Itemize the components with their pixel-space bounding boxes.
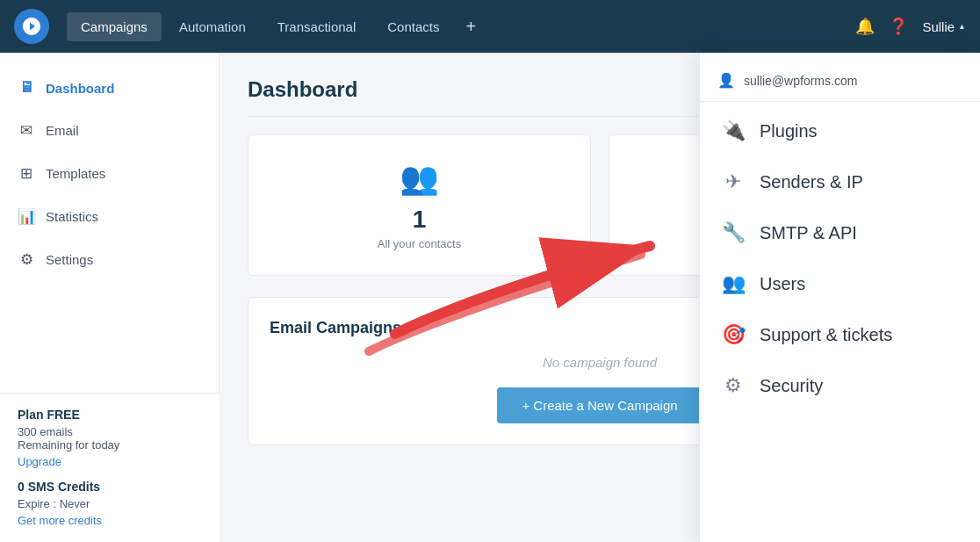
sidebar-item-settings[interactable]: ⚙ Settings [0,238,219,281]
dashboard-icon: 🖥 [18,79,35,97]
dropdown-label-smtp: SMTP & API [760,223,857,243]
dropdown-user-email: sullie@wpforms.com [744,74,857,88]
sidebar-item-statistics[interactable]: 📊 Statistics [0,195,219,238]
nav-campaigns[interactable]: Campaigns [67,12,162,41]
dropdown-label-security: Security [760,376,823,396]
sidebar-label-dashboard: Dashboard [46,81,114,96]
sidebar-item-templates[interactable]: ⊞ Templates [0,152,219,195]
dropdown-label-support: Support & tickets [760,325,892,345]
nav-plus-button[interactable]: + [457,10,485,44]
create-campaign-button[interactable]: + Create a New Campaign [497,387,702,423]
dropdown-label-users: Users [760,274,805,294]
nav-contacts[interactable]: Contacts [373,12,453,41]
plan-remaining: Remaining for today [18,438,202,452]
sidebar-label-email: Email [46,123,79,138]
more-credits-link[interactable]: Get more credits [18,514,102,527]
support-icon: 🎯 [721,323,746,346]
upgrade-link[interactable]: Upgrade [18,455,61,468]
sidebar-label-statistics: Statistics [46,209,98,224]
settings-icon: ⚙ [18,250,35,269]
dropdown-user-header: 👤 sullie@wpforms.com [700,60,980,102]
contacts-number: 1 [413,206,427,234]
top-navigation: Campaigns Automation Transactional Conta… [0,0,980,53]
dropdown-item-support[interactable]: 🎯 Support & tickets [700,309,980,360]
logo[interactable] [14,9,49,44]
sidebar: 🖥 Dashboard ✉ Email ⊞ Templates 📊 Statis… [0,53,220,542]
notifications-button[interactable]: 🔔 [855,17,875,36]
email-icon: ✉ [18,121,35,140]
contacts-label: All your contacts [378,237,461,250]
senders-icon: ✈ [721,170,746,193]
sidebar-label-settings: Settings [46,252,93,267]
users-icon: 👥 [721,272,746,295]
sidebar-label-templates: Templates [46,166,105,181]
sms-expire: Expire : Never [18,497,202,510]
dropdown-item-plugins[interactable]: 🔌 Plugins [700,105,980,156]
dropdown-label-senders: Senders & IP [760,172,863,192]
sidebar-bottom: Plan FREE 300 emails Remaining for today… [0,393,220,542]
nav-transactional[interactable]: Transactional [263,12,371,41]
user-dropdown-menu: 👤 sullie@wpforms.com 🔌 Plugins ✈ Senders… [699,53,980,542]
nav-links: Campaigns Automation Transactional Conta… [67,10,855,44]
sms-credits-title: 0 SMS Credits [18,480,202,494]
smtp-icon: 🔧 [721,221,746,244]
plan-emails: 300 emails [18,425,202,438]
templates-icon: ⊞ [18,164,35,183]
statistics-icon: 📊 [18,207,35,226]
help-button[interactable]: ❓ [889,17,908,36]
plugins-icon: 🔌 [721,119,746,142]
dropdown-item-users[interactable]: 👥 Users [700,258,980,309]
nav-automation[interactable]: Automation [165,12,260,41]
user-menu-button[interactable]: Sullie [922,19,966,34]
sidebar-item-dashboard[interactable]: 🖥 Dashboard [0,67,219,109]
dropdown-item-senders[interactable]: ✈ Senders & IP [700,156,980,207]
nav-right: 🔔 ❓ Sullie [855,17,966,36]
security-icon: ⚙ [721,374,746,397]
contacts-icon: 👥 [400,160,439,197]
dropdown-item-security[interactable]: ⚙ Security [700,360,980,411]
stat-card-contacts: 👥 1 All your contacts [248,134,591,276]
sidebar-item-email[interactable]: ✉ Email [0,109,219,152]
plan-title: Plan FREE [18,408,202,422]
user-avatar-icon: 👤 [717,72,735,89]
dropdown-label-plugins: Plugins [760,121,818,141]
dropdown-item-smtp[interactable]: 🔧 SMTP & API [700,207,980,258]
